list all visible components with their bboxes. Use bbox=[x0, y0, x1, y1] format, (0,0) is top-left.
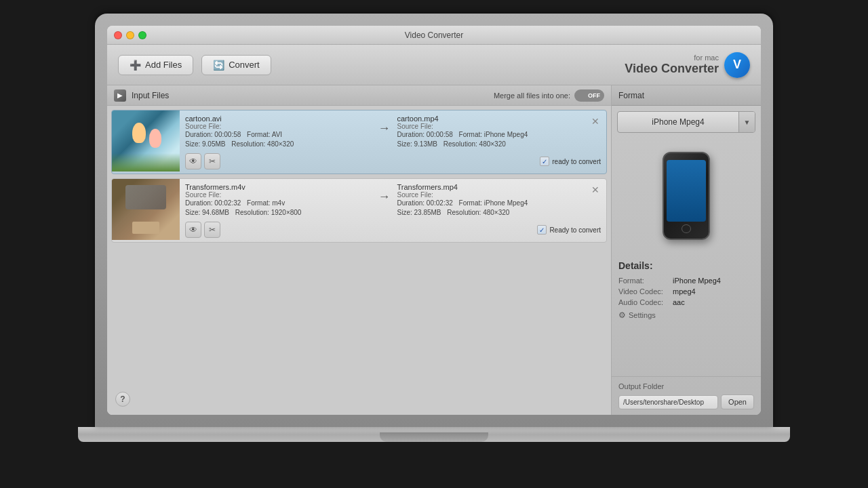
file-dest-section: Transformers.mp4 Source File: Duration: … bbox=[393, 183, 588, 218]
main-content: ▶ Input Files Merge all files into one: … bbox=[107, 85, 761, 415]
file-item: cartoon.avi Source File: Duration: 00:00… bbox=[111, 110, 607, 174]
audio-codec-row: Audio Codec: aac bbox=[618, 298, 754, 306]
title-bar: Video Converter bbox=[107, 26, 761, 45]
video-codec-value: mpeg4 bbox=[673, 287, 696, 296]
dest-label: Source File: bbox=[397, 191, 588, 199]
merge-toggle-area: Merge all files into one: OFF bbox=[494, 89, 604, 102]
file-actions: 👁 ✂ ✓ Ready to convert bbox=[185, 222, 601, 238]
file-panel-container: ▶ Input Files Merge all files into one: … bbox=[107, 85, 612, 415]
source-meta: Duration: 00:00:58 Format: AVI Size: 9.0… bbox=[185, 130, 376, 149]
add-icon: ➕ bbox=[130, 60, 141, 70]
file-item-info: Transformers.m4v Source File: Duration: … bbox=[180, 179, 606, 242]
maximize-window-button[interactable] bbox=[138, 31, 146, 39]
close-window-button[interactable] bbox=[114, 31, 122, 39]
iphone-home-button bbox=[682, 224, 691, 233]
arrow-icon: → bbox=[378, 115, 391, 136]
file-list: cartoon.avi Source File: Duration: 00:00… bbox=[107, 106, 611, 415]
source-label: Source File: bbox=[185, 123, 376, 130]
file-panel-header: ▶ Input Files Merge all files into one: … bbox=[107, 85, 611, 106]
brand-for-text: for mac bbox=[625, 54, 719, 62]
window-controls bbox=[114, 31, 146, 39]
format-value: iPhone Mpeg4 bbox=[673, 277, 721, 285]
delete-file-button[interactable]: ✕ bbox=[590, 115, 601, 128]
output-folder-row: /Users/tenorshare/Desktop Open bbox=[618, 394, 754, 409]
source-meta: Duration: 00:02:32 Format: m4v Size: 94.… bbox=[185, 199, 376, 218]
output-folder-label: Output Folder bbox=[618, 382, 754, 390]
dest-meta: Duration: 00:00:58 Format: iPhone Mpeg4 … bbox=[397, 130, 588, 149]
format-panel: Format iPhone Mpeg4 ▼ bbox=[612, 85, 761, 415]
help-button[interactable]: ? bbox=[115, 392, 130, 407]
toolbar-left: ➕ Add Files 🔄 Convert bbox=[118, 55, 271, 75]
brand-name-text: Video Converter bbox=[625, 62, 719, 76]
file-thumbnail bbox=[112, 179, 180, 240]
transformers-thumbnail bbox=[112, 179, 180, 240]
ready-badge: ✓ Ready to convert bbox=[537, 225, 601, 235]
minimize-window-button[interactable] bbox=[126, 31, 134, 39]
file-action-buttons: 👁 ✂ bbox=[185, 222, 220, 238]
dest-filename: Transformers.mp4 bbox=[397, 183, 588, 191]
video-codec-row: Video Codec: mpeg4 bbox=[618, 287, 754, 296]
screen-bezel: Video Converter ➕ Add Files 🔄 Convert bbox=[107, 26, 761, 415]
brand-area: for mac Video Converter V bbox=[625, 52, 750, 78]
file-thumbnail bbox=[112, 110, 180, 171]
output-folder-section: Output Folder /Users/tenorshare/Desktop … bbox=[612, 376, 761, 415]
file-action-buttons: 👁 ✂ bbox=[185, 153, 220, 169]
iphone-icon bbox=[663, 152, 710, 240]
source-filename: Transformers.m4v bbox=[185, 183, 376, 191]
edit-button[interactable]: ✂ bbox=[204, 153, 220, 169]
delete-file-button[interactable]: ✕ bbox=[590, 183, 601, 197]
convert-button[interactable]: 🔄 Convert bbox=[201, 55, 271, 75]
input-files-icon: ▶ bbox=[114, 89, 126, 102]
audio-codec-label: Audio Codec: bbox=[618, 298, 673, 306]
input-files-label: Input Files bbox=[132, 91, 169, 100]
source-label: Source File: bbox=[185, 191, 376, 199]
file-panel: ▶ Input Files Merge all files into one: … bbox=[107, 85, 612, 415]
dest-meta: Duration: 00:02:32 Format: iPhone Mpeg4 … bbox=[397, 199, 588, 218]
file-dest-section: cartoon.mp4 Source File: Duration: 00:00… bbox=[393, 115, 588, 149]
macbook-shell: Video Converter ➕ Add Files 🔄 Convert bbox=[61, 14, 807, 474]
format-dropdown-button[interactable]: ▼ bbox=[738, 112, 755, 132]
dest-filename: cartoon.mp4 bbox=[397, 115, 588, 123]
file-source-section: Transformers.m4v Source File: Duration: … bbox=[185, 183, 376, 218]
preview-button[interactable]: 👁 bbox=[185, 222, 201, 238]
dest-label: Source File: bbox=[397, 123, 588, 130]
preview-button[interactable]: 👁 bbox=[185, 153, 201, 169]
convert-icon: 🔄 bbox=[213, 60, 224, 70]
file-item: Transformers.m4v Source File: Duration: … bbox=[111, 178, 607, 243]
iphone-screen bbox=[667, 160, 706, 222]
format-selector: iPhone Mpeg4 ▼ bbox=[617, 111, 755, 133]
format-detail-row: Format: iPhone Mpeg4 bbox=[618, 277, 754, 285]
file-actions: 👁 ✂ ✓ ready to convert bbox=[185, 153, 601, 169]
hinge-notch bbox=[380, 432, 488, 442]
settings-link[interactable]: ⚙ Settings bbox=[618, 310, 754, 320]
format-header-label: Format bbox=[618, 91, 644, 100]
window-title: Video Converter bbox=[405, 30, 464, 40]
toggle-off-label: OFF bbox=[588, 92, 603, 99]
merge-toggle-switch[interactable]: OFF bbox=[574, 89, 604, 102]
device-preview bbox=[612, 138, 761, 253]
source-filename: cartoon.avi bbox=[185, 115, 376, 123]
ready-checkbox[interactable]: ✓ bbox=[537, 225, 547, 235]
ready-badge: ✓ ready to convert bbox=[540, 157, 601, 166]
macbook-base bbox=[78, 427, 790, 442]
iphone-screen-content bbox=[667, 160, 706, 222]
details-title: Details: bbox=[618, 260, 754, 271]
arrow-icon: → bbox=[378, 183, 391, 204]
macbook-lid: Video Converter ➕ Add Files 🔄 Convert bbox=[95, 14, 773, 427]
cartoon-thumbnail bbox=[112, 110, 180, 171]
output-path-display: /Users/tenorshare/Desktop bbox=[618, 395, 718, 409]
file-source-section: cartoon.avi Source File: Duration: 00:00… bbox=[185, 115, 376, 149]
open-folder-button[interactable]: Open bbox=[721, 394, 754, 409]
details-section: Details: Format: iPhone Mpeg4 Video Code… bbox=[612, 253, 761, 376]
audio-codec-value: aac bbox=[673, 298, 685, 306]
ready-checkbox[interactable]: ✓ bbox=[540, 157, 549, 166]
app-window: Video Converter ➕ Add Files 🔄 Convert bbox=[107, 26, 761, 415]
format-label: Format: bbox=[618, 277, 673, 285]
format-panel-header: Format bbox=[612, 85, 761, 106]
toolbar: ➕ Add Files 🔄 Convert for mac Video Conv… bbox=[107, 45, 761, 85]
gear-icon: ⚙ bbox=[618, 310, 626, 320]
brand-logo-icon: V bbox=[724, 52, 750, 78]
add-files-button[interactable]: ➕ Add Files bbox=[118, 55, 193, 75]
file-item-info: cartoon.avi Source File: Duration: 00:00… bbox=[180, 110, 606, 174]
edit-button[interactable]: ✂ bbox=[204, 222, 220, 238]
